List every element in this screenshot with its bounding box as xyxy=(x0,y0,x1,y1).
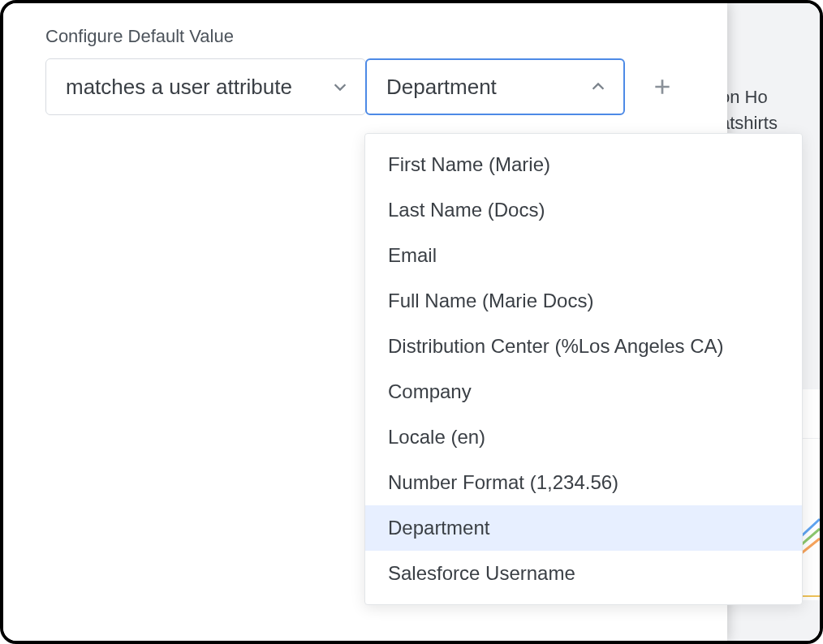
dropdown-option[interactable]: Locale (en) xyxy=(365,414,802,460)
bg-text-line: on Ho xyxy=(718,84,820,110)
add-button[interactable] xyxy=(648,72,677,101)
chevron-down-icon xyxy=(331,78,349,96)
condition-select-label: matches a user attribute xyxy=(66,75,323,100)
condition-select[interactable]: matches a user attribute xyxy=(45,58,366,115)
attribute-dropdown[interactable]: First Name (Marie)Last Name (Docs)EmailF… xyxy=(364,133,803,605)
controls-row: matches a user attribute Department xyxy=(45,58,705,115)
dropdown-option[interactable]: Distribution Center (%Los Angeles CA) xyxy=(365,324,802,369)
dropdown-option[interactable]: Salesforce Username xyxy=(365,551,802,596)
dropdown-option[interactable]: Number Format (1,234.56) xyxy=(365,460,802,505)
dropdown-option[interactable]: Department xyxy=(365,505,802,551)
dropdown-option[interactable]: Company xyxy=(365,369,802,414)
dropdown-option[interactable]: Full Name (Marie Docs) xyxy=(365,278,802,324)
dropdown-option[interactable]: Email xyxy=(365,233,802,278)
attribute-select[interactable]: Department xyxy=(365,58,625,115)
modal-title: Configure Default Value xyxy=(45,26,705,47)
chevron-up-icon xyxy=(589,78,607,96)
dropdown-option[interactable]: Last Name (Docs) xyxy=(365,187,802,233)
attribute-select-label: Department xyxy=(386,75,581,100)
dropdown-option[interactable]: First Name (Marie) xyxy=(365,142,802,187)
